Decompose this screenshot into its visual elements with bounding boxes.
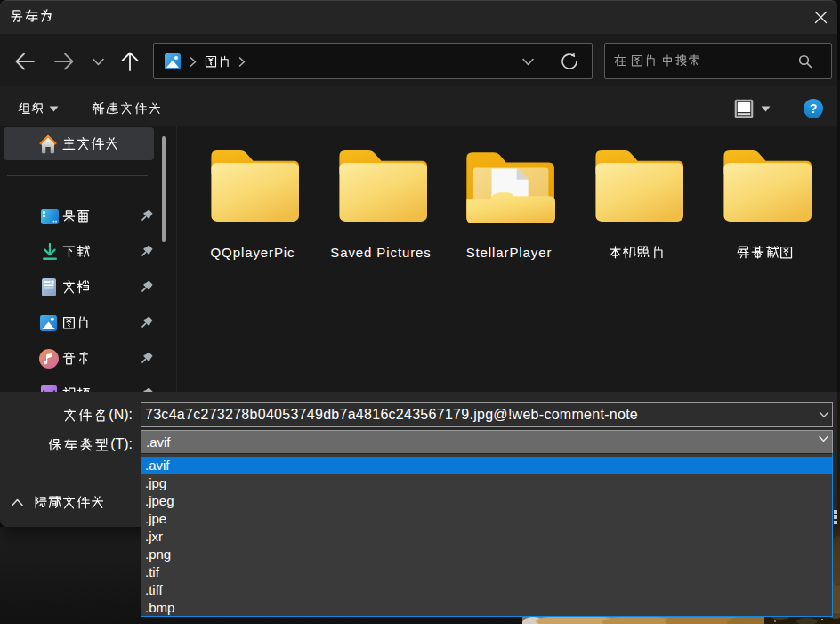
svg-text:?: ? [810,101,818,116]
